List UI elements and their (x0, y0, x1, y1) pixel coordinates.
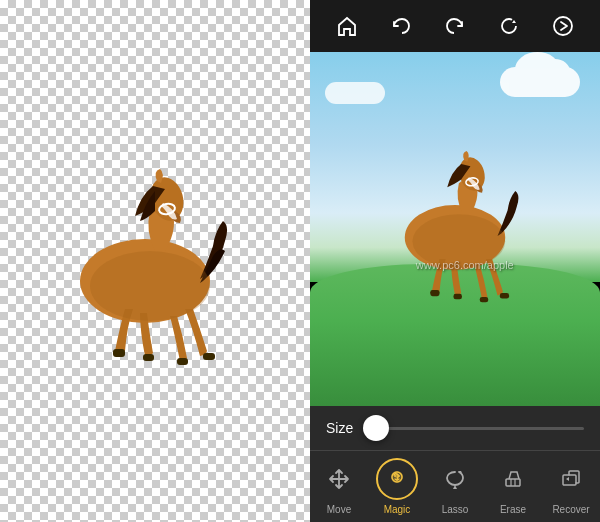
toolbar-bottom: Move Magic (310, 450, 600, 522)
svg-rect-13 (430, 290, 439, 296)
watermark: www.pc6.com/apple (416, 259, 514, 271)
tool-move[interactable]: Move (313, 458, 365, 515)
svg-rect-16 (500, 293, 509, 298)
tool-lasso[interactable]: Lasso (429, 458, 481, 515)
toolbar-top (310, 0, 600, 52)
svg-rect-15 (480, 297, 489, 302)
horse-preview (365, 137, 545, 307)
preview-area: www.pc6.com/apple (310, 52, 600, 406)
svg-rect-4 (143, 354, 154, 361)
redo-button[interactable] (435, 6, 475, 46)
svg-point-9 (554, 17, 572, 35)
svg-rect-24 (563, 475, 576, 485)
size-label: Size (326, 420, 353, 436)
svg-rect-6 (203, 353, 215, 360)
tool-lasso-label: Lasso (442, 504, 469, 515)
size-slider[interactable] (365, 427, 584, 430)
tool-magic[interactable]: Magic (371, 458, 423, 515)
svg-point-7 (90, 251, 210, 321)
svg-point-21 (394, 475, 396, 477)
undo-button[interactable] (381, 6, 421, 46)
size-knob[interactable] (363, 415, 389, 441)
forward-button[interactable] (543, 6, 583, 46)
rotate-button[interactable] (489, 6, 529, 46)
tool-erase-label: Erase (500, 504, 526, 515)
home-button[interactable] (327, 6, 367, 46)
svg-rect-14 (453, 294, 462, 299)
svg-point-22 (398, 475, 400, 477)
horse-cutout (45, 151, 245, 371)
tool-erase[interactable]: Erase (487, 458, 539, 515)
size-control: Size (310, 406, 600, 450)
right-panel: www.pc6.com/apple Size Move (310, 0, 600, 522)
tool-recover[interactable]: Recover (545, 458, 597, 515)
tool-magic-label: Magic (384, 504, 411, 515)
cloud-2 (325, 82, 385, 104)
tool-recover-label: Recover (552, 504, 589, 515)
svg-rect-23 (506, 479, 520, 486)
left-canvas-panel (0, 0, 310, 522)
cloud-1 (500, 67, 580, 97)
svg-rect-5 (177, 358, 188, 365)
tool-move-label: Move (327, 504, 351, 515)
scene: www.pc6.com/apple (310, 52, 600, 406)
svg-rect-3 (113, 349, 125, 357)
